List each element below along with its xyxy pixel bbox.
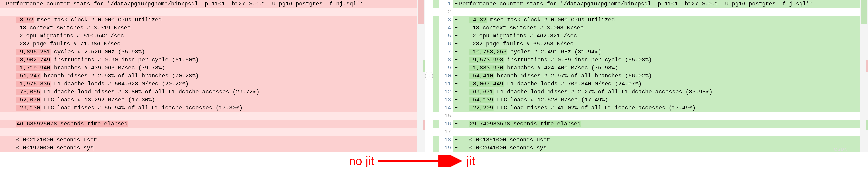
elapsed-line: 16+ 29.740983598 seconds time elapsed xyxy=(433,120,868,128)
perf-line: 6+ 282 page-faults # 65.258 K/sec xyxy=(433,40,868,48)
perf-line: 282 page-faults # 71.986 K/sec xyxy=(0,40,425,48)
minimap-right[interactable] xyxy=(860,0,868,152)
line-number: 5 xyxy=(439,32,453,40)
line-number: 3 xyxy=(439,16,453,24)
perf-line: 13 context-switches # 3.319 K/sec xyxy=(0,24,425,32)
arrow-right-icon xyxy=(378,155,462,167)
line-number: 12 xyxy=(439,88,453,96)
perf-line: 51,247 branch-misses # 2.98% of all bran… xyxy=(0,72,425,80)
line-number: 17 xyxy=(439,128,453,136)
jit-label: jit xyxy=(466,154,475,168)
sys-line: 0.001970000 seconds sys xyxy=(0,144,425,152)
blank-line: 17 xyxy=(433,128,868,136)
perf-line: 9+ 1,833,970 branches # 424.400 M/sec (7… xyxy=(433,64,868,72)
line-number: 10 xyxy=(439,72,453,80)
right-pane: 1+Performance counter stats for '/data/p… xyxy=(433,0,868,152)
header-text: Performance counter stats for '/data/pg1… xyxy=(6,1,363,7)
perf-line: 14+ 22,209 LLC-load-misses # 41.02% of a… xyxy=(433,104,868,112)
line-number: 19 xyxy=(439,144,453,152)
perf-line: 4+ 13 context-switches # 3.008 K/sec xyxy=(433,24,868,32)
perf-line: 75,055 L1-dcache-load-misses # 3.80% of … xyxy=(0,88,425,96)
annotation: no jit jit xyxy=(349,154,475,168)
perf-line: 7+ 10,763,253 cycles # 2.491 GHz (31.94%… xyxy=(433,48,868,56)
line-number: 8 xyxy=(439,56,453,64)
perf-line: 52,070 LLC-loads # 13.292 M/sec (17.30%) xyxy=(0,96,425,104)
user-line: 18+ 0.001851000 seconds user xyxy=(433,136,868,144)
perf-line: 8+ 9,573,998 instructions # 0.89 insn pe… xyxy=(433,56,868,64)
perf-line: 3+ 4.32 msec task-clock # 0.000 CPUs uti… xyxy=(433,16,868,24)
elapsed-line: 46.686925078 seconds time elapsed xyxy=(0,120,425,128)
user-line: 0.002121000 seconds user xyxy=(0,136,425,144)
line-number: 9 xyxy=(439,64,453,72)
perf-line: 8,902,749 instructions # 0.90 insn per c… xyxy=(0,56,425,64)
left-pane: Performance counter stats for '/data/pg1… xyxy=(0,0,425,152)
header-line: 1+Performance counter stats for '/data/p… xyxy=(433,0,868,8)
perf-line: 10+ 54,410 branch-misses # 2.97% of all … xyxy=(433,72,868,80)
pane-divider[interactable]: → xyxy=(425,0,433,152)
perf-line: 12+ 69,671 L1-dcache-load-misses # 2.27%… xyxy=(433,88,868,96)
line-number: 18 xyxy=(439,136,453,144)
perf-line: 5+ 2 cpu-migrations # 462.821 /sec xyxy=(433,32,868,40)
line-number: 1 xyxy=(439,0,453,8)
text-cursor xyxy=(94,145,94,151)
perf-line: 1,719,940 branches # 439.063 M/sec (79.7… xyxy=(0,64,425,72)
line-number: 11 xyxy=(439,80,453,88)
swap-panes-icon[interactable]: → xyxy=(425,72,433,80)
minimap-left[interactable] xyxy=(417,0,425,152)
perf-line: 13+ 54,139 LLC-loads # 12.528 M/sec (17.… xyxy=(433,96,868,104)
blank-line: 2 xyxy=(433,8,868,16)
sys-line: 19+ 0.002641000 seconds sys xyxy=(433,144,868,152)
perf-line: 11+ 3,067,449 L1-dcache-loads # 709.840 … xyxy=(433,80,868,88)
line-number: 2 xyxy=(439,8,453,16)
line-number: 13 xyxy=(439,96,453,104)
line-number: 14 xyxy=(439,104,453,112)
blank-line xyxy=(0,8,425,16)
line-number: 7 xyxy=(439,48,453,56)
header-text: Performance counter stats for '/data/pg1… xyxy=(459,1,813,7)
line-number: 6 xyxy=(439,40,453,48)
perf-line: 1,976,835 L1-dcache-loads # 504.628 M/se… xyxy=(0,80,425,88)
no-jit-label: no jit xyxy=(349,154,374,168)
blank-line: 15 xyxy=(433,112,868,120)
line-number: 4 xyxy=(439,24,453,32)
header-line: Performance counter stats for '/data/pg1… xyxy=(0,0,425,8)
blank-line xyxy=(0,112,425,120)
perf-line: 29,130 LLC-load-misses # 55.94% of all L… xyxy=(0,104,425,112)
line-number: 15 xyxy=(439,112,453,120)
line-number: 16 xyxy=(439,120,453,128)
watermark: CSDN xyxy=(834,147,848,152)
blank-line xyxy=(0,128,425,136)
perf-line: 2 cpu-migrations # 510.542 /sec xyxy=(0,32,425,40)
perf-line: 9,896,281 cycles # 2.526 GHz (35.98%) xyxy=(0,48,425,56)
perf-line: 3.92 msec task-clock # 0.000 CPUs utiliz… xyxy=(0,16,425,24)
